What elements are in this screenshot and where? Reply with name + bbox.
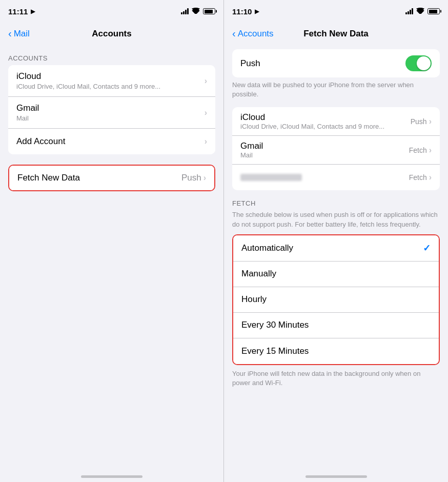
right-blurred-value: Fetch xyxy=(409,173,427,182)
push-toggle[interactable] xyxy=(405,55,432,71)
left-nav-bar: ‹ Mail Accounts xyxy=(0,23,223,45)
left-time: 11:11 ▶ xyxy=(8,7,35,16)
right-icloud-title: iCloud xyxy=(240,112,384,123)
right-wifi-icon xyxy=(416,8,424,15)
fetch-option-every-30[interactable]: Every 30 Minutes xyxy=(233,313,439,338)
fetch-options-wrapper: Automatically ✓ Manually Hourly Every 30… xyxy=(232,234,440,365)
every-15-label: Every 15 Minutes xyxy=(241,346,309,356)
back-button[interactable]: ‹ Mail xyxy=(8,28,30,39)
add-account-item[interactable]: Add Account › xyxy=(8,129,215,154)
battery-icon xyxy=(203,8,215,14)
signal-icon xyxy=(181,8,189,14)
right-gmail-title: Gmail xyxy=(240,141,263,151)
right-accounts-list: iCloud iCloud Drive, iCloud Mail, Contac… xyxy=(232,107,440,190)
right-gmail-item[interactable]: Gmail Mail Fetch › xyxy=(232,136,440,165)
blurred-account-name xyxy=(240,174,302,181)
chevron-right-icon: › xyxy=(429,117,432,126)
gmail-account-item[interactable]: Gmail Mail › xyxy=(8,97,215,129)
left-status-bar: 11:11 ▶ xyxy=(0,0,223,23)
right-status-icons xyxy=(405,8,440,15)
chevron-right-icon: › xyxy=(205,76,207,86)
fetch-option-manually[interactable]: Manually xyxy=(233,262,439,287)
right-back-label: Accounts xyxy=(238,29,274,39)
right-panel: 11:10 ▶ ‹ Accounts Fetch New Data Push xyxy=(224,0,448,482)
hourly-label: Hourly xyxy=(241,294,267,305)
right-nav-bar: ‹ Accounts Fetch New Data xyxy=(224,23,448,45)
right-signal-icon xyxy=(405,8,413,14)
right-battery-icon xyxy=(427,8,440,14)
gmail-subtitle: Mail xyxy=(16,114,39,122)
icloud-account-item[interactable]: iCloud iCloud Drive, iCloud Mail, Contac… xyxy=(8,65,215,97)
right-gmail-value: Fetch xyxy=(409,146,427,154)
back-chevron-icon: ‹ xyxy=(8,28,12,39)
wifi-icon xyxy=(192,8,200,15)
right-location-icon: ▶ xyxy=(255,8,259,15)
location-arrow-icon: ▶ xyxy=(31,8,35,15)
left-panel: 11:11 ▶ ‹ Mail Accounts ACCOUNTS iCloud xyxy=(0,0,224,482)
fetch-new-data-wrapper: Fetch New Data Push › xyxy=(8,165,215,191)
fetch-new-data-value: Push xyxy=(181,173,201,183)
chevron-right-icon: › xyxy=(203,173,206,183)
right-back-chevron-icon: ‹ xyxy=(232,28,236,39)
left-home-indicator xyxy=(81,475,142,478)
chevron-right-icon: › xyxy=(429,146,432,155)
push-description: New data will be pushed to your iPhone f… xyxy=(232,81,440,99)
chevron-right-icon: › xyxy=(205,137,207,146)
push-row[interactable]: Push xyxy=(232,49,440,77)
accounts-section-header: ACCOUNTS xyxy=(0,45,223,65)
right-back-button[interactable]: ‹ Accounts xyxy=(232,28,274,39)
footer-note: Your iPhone will fetch new data in the b… xyxy=(232,369,440,388)
every-30-label: Every 30 Minutes xyxy=(241,320,309,330)
left-page-title: Accounts xyxy=(92,29,131,39)
right-icloud-value: Push xyxy=(411,117,427,126)
gmail-title: Gmail xyxy=(16,103,39,113)
right-page-title: Fetch New Data xyxy=(303,29,369,39)
right-gmail-subtitle: Mail xyxy=(240,151,263,159)
fetch-section-header: FETCH xyxy=(224,190,448,210)
right-icloud-subtitle: iCloud Drive, iCloud Mail, Contacts and … xyxy=(240,123,384,130)
left-status-icons xyxy=(181,8,215,15)
fetch-option-every-15[interactable]: Every 15 Minutes xyxy=(233,338,439,364)
icloud-subtitle: iCloud Drive, iCloud Mail, Contacts and … xyxy=(16,83,160,90)
right-home-indicator xyxy=(306,475,367,478)
icloud-title: iCloud xyxy=(16,71,160,82)
fetch-section-description: The schedule below is used when push is … xyxy=(232,210,440,229)
chevron-right-icon: › xyxy=(429,173,432,182)
right-status-bar: 11:10 ▶ xyxy=(224,0,448,23)
checkmark-icon: ✓ xyxy=(423,243,431,254)
manually-label: Manually xyxy=(241,269,276,279)
add-account-label: Add Account xyxy=(16,136,65,147)
automatically-label: Automatically xyxy=(241,243,293,253)
toggle-knob xyxy=(417,56,431,70)
right-icloud-item[interactable]: iCloud iCloud Drive, iCloud Mail, Contac… xyxy=(232,107,440,136)
chevron-right-icon: › xyxy=(205,108,207,117)
push-label: Push xyxy=(240,58,260,69)
fetch-new-data-row[interactable]: Fetch New Data Push › xyxy=(9,166,214,190)
accounts-list-group: iCloud iCloud Drive, iCloud Mail, Contac… xyxy=(8,65,215,154)
right-blurred-item[interactable]: Fetch › xyxy=(232,165,440,190)
right-time: 11:10 ▶ xyxy=(232,7,259,16)
fetch-option-hourly[interactable]: Hourly xyxy=(233,287,439,313)
fetch-new-data-title: Fetch New Data xyxy=(17,173,80,183)
back-label: Mail xyxy=(14,29,30,39)
fetch-option-automatically[interactable]: Automatically ✓ xyxy=(233,235,439,262)
